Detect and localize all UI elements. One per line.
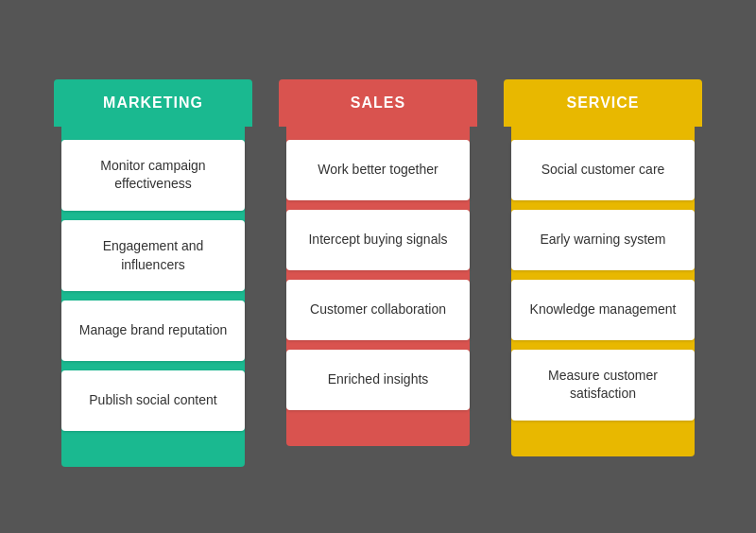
cards-area-marketing: Monitor campaign effectivenessEngagement…	[54, 127, 252, 454]
card-marketing-1[interactable]: Engagement and influencers	[61, 220, 245, 291]
column-header-sales: SALES	[279, 79, 477, 127]
card-sales-0[interactable]: Work better together	[286, 140, 470, 200]
column-service: SERVICESocial customer careEarly warning…	[504, 79, 702, 443]
card-sales-1[interactable]: Intercept buying signals	[286, 210, 470, 270]
card-service-1[interactable]: Early warning system	[511, 210, 695, 270]
main-container: MARKETINGMonitor campaign effectivenessE…	[35, 60, 721, 473]
column-marketing: MARKETINGMonitor campaign effectivenessE…	[54, 79, 252, 454]
column-header-marketing: MARKETING	[54, 79, 252, 127]
column-header-service: SERVICE	[504, 79, 702, 127]
card-marketing-2[interactable]: Manage brand reputation	[61, 301, 245, 361]
column-sales: SALESWork better togetherIntercept buyin…	[279, 79, 477, 433]
card-service-2[interactable]: Knowledge management	[511, 280, 695, 340]
card-marketing-0[interactable]: Monitor campaign effectiveness	[61, 140, 245, 211]
card-sales-2[interactable]: Customer collaboration	[286, 280, 470, 340]
card-service-3[interactable]: Measure customer satisfaction	[511, 350, 695, 421]
card-service-0[interactable]: Social customer care	[511, 140, 695, 200]
card-marketing-3[interactable]: Publish social content	[61, 370, 245, 431]
cards-area-sales: Work better togetherIntercept buying sig…	[279, 127, 477, 433]
card-sales-3[interactable]: Enriched insights	[286, 350, 470, 410]
cards-area-service: Social customer careEarly warning system…	[504, 127, 702, 443]
